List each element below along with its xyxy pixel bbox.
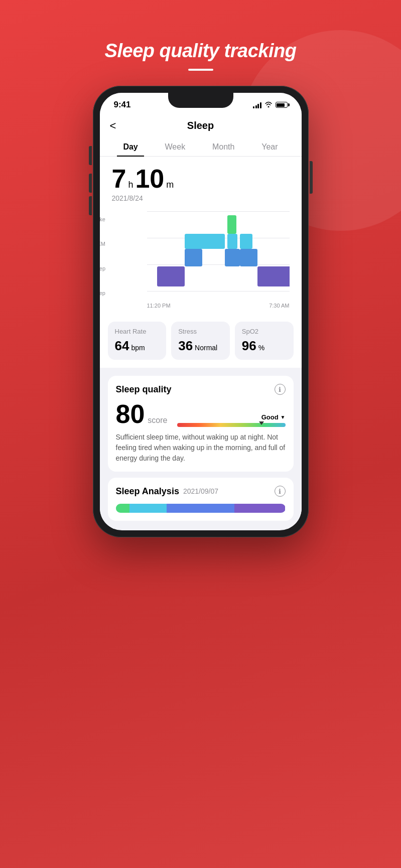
stress-label: Stress bbox=[178, 328, 223, 335]
spo2-label: SpO2 bbox=[242, 328, 287, 335]
notch bbox=[168, 93, 233, 108]
page-title: Sleep quality tracking bbox=[105, 40, 297, 62]
svg-rect-8 bbox=[185, 234, 225, 249]
quality-score: 80 bbox=[116, 401, 145, 427]
wifi-icon bbox=[264, 101, 273, 109]
metrics-row: Heart Rate 64 bpm Stress 36 Normal SpO2 … bbox=[100, 317, 302, 368]
chart-area bbox=[147, 211, 290, 302]
hours-unit: h bbox=[128, 180, 133, 190]
analysis-title: Sleep Analysis bbox=[116, 486, 179, 497]
minutes-unit: m bbox=[166, 180, 174, 190]
phone-frame: 9:41 bbox=[93, 86, 309, 537]
time-start: 11:20 PM bbox=[147, 303, 171, 309]
score-row: 80 score Good ▼ bbox=[116, 401, 286, 427]
chart-time-labels: 11:20 PM 7:30 AM bbox=[147, 303, 290, 309]
time-end: 7:30 AM bbox=[269, 303, 289, 309]
duration-display: 7 h 10 m bbox=[112, 166, 290, 193]
sleep-analysis-card: Sleep Analysis 2021/09/07 ℹ bbox=[108, 478, 294, 521]
status-time: 9:41 bbox=[114, 100, 131, 110]
quality-description: Sufficient sleep time, without waking up… bbox=[116, 432, 286, 464]
sleep-blocks-chart bbox=[147, 211, 290, 292]
stress-card: Stress 36 Normal bbox=[171, 322, 230, 360]
title-underline bbox=[188, 69, 213, 71]
svg-rect-0 bbox=[157, 266, 185, 286]
tabs-bar: Day Week Month Year bbox=[100, 135, 302, 157]
status-bar: 9:41 bbox=[100, 93, 302, 114]
stress-value: 36 Normal bbox=[178, 338, 223, 354]
quality-title: Sleep quality bbox=[116, 384, 172, 395]
score-indicator bbox=[259, 421, 264, 425]
battery-icon bbox=[276, 102, 288, 108]
deep-sleep-label: Deep Sleep bbox=[100, 290, 106, 297]
gray-section: Sleep quality ℹ 80 score Good ▼ bbox=[100, 368, 302, 529]
spo2-unit: % bbox=[258, 344, 264, 352]
analysis-segment-0 bbox=[116, 504, 129, 513]
analysis-header: Sleep Analysis 2021/09/07 ℹ bbox=[116, 486, 286, 497]
analysis-segment-3 bbox=[234, 504, 285, 513]
tab-week[interactable]: Week bbox=[159, 138, 192, 157]
svg-rect-11 bbox=[227, 215, 236, 234]
analysis-info-icon[interactable]: ℹ bbox=[275, 486, 286, 497]
light-sleep-label: Light Sleep bbox=[100, 265, 106, 272]
quality-card-header: Sleep quality ℹ bbox=[116, 384, 286, 395]
rem-label: REM bbox=[100, 241, 106, 247]
sleep-hours: 7 bbox=[112, 166, 126, 192]
svg-rect-4 bbox=[240, 249, 257, 266]
heart-rate-card: Heart Rate 64 bpm bbox=[108, 322, 167, 360]
signal-bars-icon bbox=[253, 101, 261, 108]
svg-rect-2 bbox=[185, 249, 202, 266]
analysis-segment-1 bbox=[129, 504, 167, 513]
svg-rect-3 bbox=[225, 249, 240, 266]
chart-y-labels: Awake REM Light Sleep Deep Sleep bbox=[100, 211, 106, 302]
stress-unit: Normal bbox=[195, 344, 217, 352]
sleep-duration-section: 7 h 10 m 2021/8/24 bbox=[100, 157, 302, 207]
svg-rect-1 bbox=[257, 266, 290, 286]
tab-year[interactable]: Year bbox=[255, 138, 284, 157]
sleep-date: 2021/8/24 bbox=[112, 194, 290, 202]
sleep-quality-card: Sleep quality ℹ 80 score Good ▼ bbox=[108, 376, 294, 472]
heart-rate-unit: bpm bbox=[131, 344, 145, 352]
heart-rate-value: 64 bpm bbox=[115, 338, 160, 354]
spo2-value: 96 % bbox=[242, 338, 287, 354]
svg-rect-9 bbox=[227, 234, 237, 249]
score-bar-wrapper: Good ▼ bbox=[177, 413, 285, 427]
status-icons bbox=[253, 101, 288, 109]
app-header: < Sleep bbox=[100, 114, 302, 135]
sleep-minutes: 10 bbox=[135, 166, 164, 192]
awake-label: Awake bbox=[100, 216, 106, 223]
phone-screen: 9:41 bbox=[100, 93, 302, 530]
quality-info-icon[interactable]: ℹ bbox=[275, 384, 286, 395]
spo2-card: SpO2 96 % bbox=[235, 322, 294, 360]
analysis-bar bbox=[116, 504, 286, 513]
header-title: Sleep bbox=[187, 120, 214, 131]
heart-rate-label: Heart Rate bbox=[115, 328, 160, 335]
score-label: score bbox=[148, 416, 167, 425]
good-label: Good ▼ bbox=[177, 413, 285, 421]
score-bar bbox=[177, 423, 285, 427]
analysis-title-row: Sleep Analysis 2021/09/07 bbox=[116, 486, 218, 497]
analysis-date: 2021/09/07 bbox=[183, 487, 218, 495]
back-button[interactable]: < bbox=[110, 119, 116, 132]
svg-rect-10 bbox=[240, 234, 252, 249]
analysis-segment-2 bbox=[167, 504, 234, 513]
score-display: 80 score bbox=[116, 401, 168, 427]
sleep-chart-section: Awake REM Light Sleep Deep Sleep bbox=[100, 207, 302, 317]
tab-month[interactable]: Month bbox=[206, 138, 240, 157]
tab-day[interactable]: Day bbox=[117, 138, 144, 157]
